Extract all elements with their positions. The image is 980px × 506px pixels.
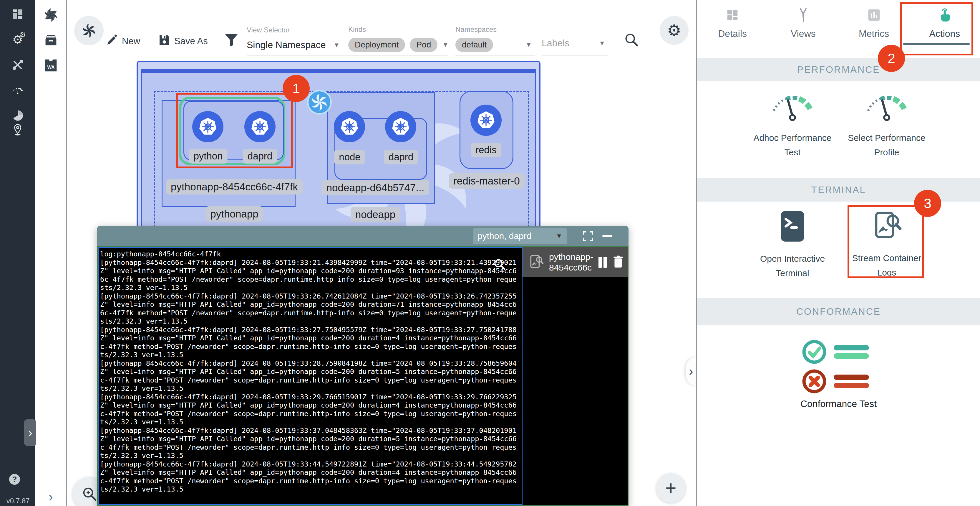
palette-sidebar: WA › [35, 0, 67, 506]
annotation-badge-3: 3 [914, 190, 941, 217]
settings-gear-button[interactable]: ⚙ [660, 16, 689, 45]
search-icon[interactable] [624, 32, 640, 49]
log-terminal-window: python, daprd ▼ log:pythonapp-8454cc66c-… [97, 226, 628, 506]
select-performance-profile-action[interactable]: Select PerformanceProfile [840, 89, 934, 160]
labels-placeholder: Labels [542, 38, 570, 49]
kinds-filter[interactable]: Kinds Deployment Pod ▼ [348, 26, 449, 52]
tab-details[interactable]: Details [697, 0, 768, 58]
group-name-label: pythonapp [205, 206, 263, 222]
pod-name-label: nodeapp-d64b5747... [322, 180, 429, 195]
svg-text:WA: WA [47, 65, 54, 70]
dapr-logo-icon[interactable] [44, 8, 58, 24]
log-entry: [pythonapp-8454cc66c-4f7fk:daprd] 2024-0… [100, 426, 520, 460]
gauge-icon [767, 89, 818, 123]
terminal-header[interactable]: python, daprd ▼ [97, 226, 628, 246]
conformance-section-header: CONFORMANCE [697, 298, 980, 326]
stream-tab-name: pythonapp-8454cc66c [549, 252, 593, 273]
annotation-badge-1: 1 [283, 75, 310, 102]
kind-chip-deployment[interactable]: Deployment [348, 38, 405, 52]
container-selector-dropdown[interactable]: python, daprd ▼ [473, 228, 567, 244]
tab-label: Metrics [859, 28, 889, 39]
chevron-down-icon: ▼ [334, 41, 340, 49]
graph-logo-button[interactable] [74, 16, 103, 45]
namespaces-filter[interactable]: Namespaces default ▼ [455, 26, 532, 52]
sidebar-divider [0, 117, 35, 117]
pencil-icon [106, 34, 118, 48]
metrics-icon [867, 6, 881, 24]
group-name-label: nodeapp [351, 207, 400, 222]
action-label: Select Performance [848, 133, 925, 143]
dashboard-icon[interactable] [11, 8, 24, 21]
annotation-box-3 [848, 205, 924, 278]
save-as-button-label: Save As [174, 36, 208, 46]
log-entry: [pythonapp-8454cc66c-4f7fk:daprd] 2024-0… [100, 393, 520, 426]
conformance-test-action[interactable]: Conformance Test [697, 398, 980, 409]
log-search-icon[interactable] [493, 257, 506, 273]
log-entry: [pythonapp-8454cc66c-4f7fk:daprd] 2024-0… [100, 326, 520, 359]
container-node-icon[interactable] [334, 111, 365, 142]
view-selector-label: View Selector [247, 26, 340, 34]
chevron-down-icon: ▼ [599, 40, 605, 47]
fullscreen-icon[interactable] [582, 231, 593, 243]
details-panel: Details Views Metrics Actions 2 PERFORMA… [696, 0, 980, 506]
container-daprd-icon[interactable] [385, 111, 416, 142]
action-label: Profile [874, 147, 899, 157]
action-label: Terminal [776, 268, 809, 278]
help-icon[interactable]: ? [9, 474, 20, 485]
stream-logs-icon [528, 254, 544, 271]
pause-icon[interactable] [598, 257, 607, 268]
log-entry: [pythonapp-8454cc66c-4f7fk:daprd] 2024-0… [100, 359, 520, 393]
view-selector[interactable]: View Selector Single Namespace ▼ [247, 26, 340, 50]
log-output-pane[interactable]: log:pythonapp-8454cc66c-4f7fk [pythonapp… [98, 247, 523, 505]
action-label: Adhoc Performance [753, 133, 831, 143]
views-icon [796, 6, 810, 24]
view-selector-value: Single Namespace [247, 40, 326, 50]
performance-section-header: PERFORMANCE [697, 58, 980, 81]
new-button[interactable]: New [106, 34, 140, 48]
version-label: v0.7.87 [4, 497, 32, 505]
namespaces-underline [455, 55, 535, 56]
location-pin-icon[interactable] [11, 123, 24, 136]
adhoc-performance-test-action[interactable]: Adhoc PerformanceTest [745, 89, 840, 160]
filter-icon[interactable] [224, 32, 239, 49]
gauge-icon[interactable] [11, 84, 24, 97]
palette-expand-chevron[interactable]: › [35, 488, 66, 504]
container-label: daprd [384, 150, 418, 164]
namespaces-label: Namespaces [455, 26, 532, 34]
panel-collapse-button[interactable]: › [686, 357, 696, 385]
minimize-icon[interactable] [602, 235, 612, 237]
open-interactive-terminal-action[interactable]: Open InteractiveTerminal [745, 210, 840, 280]
kinds-underline [348, 55, 449, 56]
container-selector-value: python, daprd [477, 231, 531, 241]
terminal-icon [777, 210, 808, 245]
kind-chip-pod[interactable]: Pod [410, 38, 438, 52]
tools-icon[interactable] [11, 58, 24, 71]
log-header-line: log:pythonapp-8454cc66c-4f7fk [100, 250, 520, 259]
settings-gears-icon[interactable]: ⚙⚙ [11, 33, 24, 46]
log-stream-tab[interactable]: pythonapp-8454cc66c [523, 247, 628, 277]
tab-views[interactable]: Views [768, 0, 838, 58]
labels-filter[interactable]: Labels ▼ [542, 38, 605, 49]
action-label: Open Interactive [760, 254, 825, 263]
details-grid-icon [725, 6, 740, 24]
conformance-fail-icon [801, 368, 869, 395]
save-as-button[interactable]: Save As [158, 34, 208, 48]
log-streams-strip: pythonapp-8454cc66c [523, 247, 628, 505]
new-button-label: New [122, 36, 140, 46]
tab-label: Details [718, 28, 747, 39]
labels-underline [542, 55, 608, 56]
sidebar-expand-button[interactable]: › [24, 419, 36, 446]
conformance-pass-icon [801, 338, 869, 366]
app-window: ⚙⚙ › ? v0.7.87 WA › [0, 0, 980, 506]
chevron-down-icon: ▼ [525, 41, 532, 49]
pie-chart-icon[interactable] [11, 109, 24, 122]
container-redis-icon[interactable] [471, 105, 502, 136]
namespace-chip-default[interactable]: default [455, 38, 493, 52]
trash-icon[interactable] [612, 255, 624, 270]
add-button[interactable]: + [656, 473, 686, 503]
dapr-sidecar-badge [307, 90, 332, 115]
log-entry: [pythonapp-8454cc66c-4f7fk:daprd] 2024-0… [100, 259, 520, 292]
webassembly-icon[interactable]: WA [44, 58, 58, 74]
pod-name-label: pythonapp-8454cc66c-4f7fk [166, 179, 302, 195]
archive-box-icon[interactable] [44, 34, 58, 48]
